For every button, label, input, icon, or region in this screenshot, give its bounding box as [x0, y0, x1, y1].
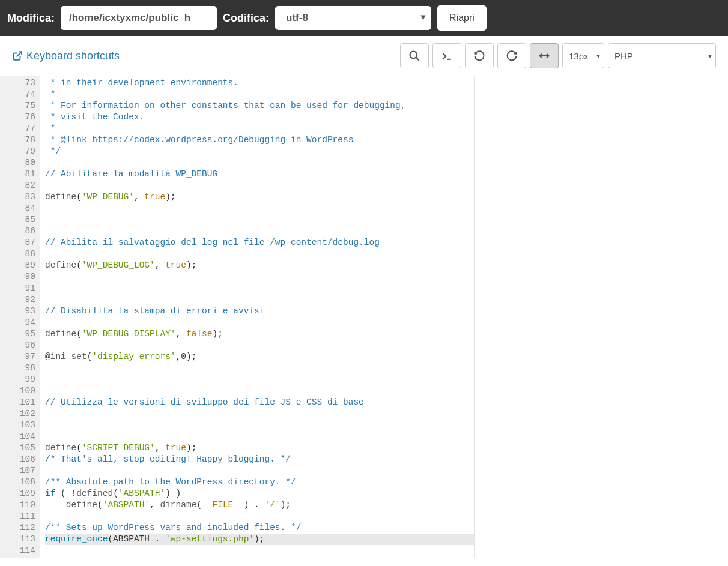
code-content[interactable]: * in their development environments. * *…	[40, 76, 474, 558]
svg-line-2	[416, 58, 419, 61]
file-path-input[interactable]	[61, 6, 217, 30]
search-icon	[408, 50, 420, 62]
language-select[interactable]: PHP	[608, 43, 716, 68]
reopen-button[interactable]: Riapri	[437, 5, 487, 31]
toolbar: Keyboard shortcuts 13px PHP	[0, 36, 728, 76]
keyboard-shortcuts-link[interactable]: Keyboard shortcuts	[12, 50, 120, 62]
encoding-select[interactable]: utf-8	[275, 6, 431, 30]
encoding-label: Codifica:	[223, 12, 269, 25]
terminal-icon	[441, 50, 453, 62]
search-button[interactable]	[400, 43, 429, 68]
line-gutter: 7374757677787980818283848586878889909192…	[0, 76, 40, 558]
font-size-value: 13px	[569, 51, 589, 61]
encoding-value: utf-8	[286, 12, 308, 23]
code-editor[interactable]: 7374757677787980818283848586878889909192…	[0, 76, 728, 558]
language-value: PHP	[614, 51, 633, 61]
undo-icon	[473, 50, 485, 62]
topbar: Modifica: Codifica: utf-8 Riapri	[0, 0, 728, 36]
redo-icon	[506, 50, 518, 62]
redo-button[interactable]	[497, 43, 526, 68]
svg-line-0	[17, 52, 22, 56]
terminal-button[interactable]	[432, 43, 461, 68]
font-size-select[interactable]: 13px	[562, 43, 604, 68]
keyboard-shortcuts-label: Keyboard shortcuts	[26, 50, 120, 62]
toolbar-right: 13px PHP	[400, 43, 716, 68]
external-link-icon	[12, 50, 23, 61]
wrap-button[interactable]	[530, 43, 559, 68]
arrows-horizontal-icon	[538, 50, 550, 62]
svg-point-1	[410, 52, 417, 59]
undo-button[interactable]	[465, 43, 494, 68]
modify-label: Modifica:	[7, 12, 55, 25]
